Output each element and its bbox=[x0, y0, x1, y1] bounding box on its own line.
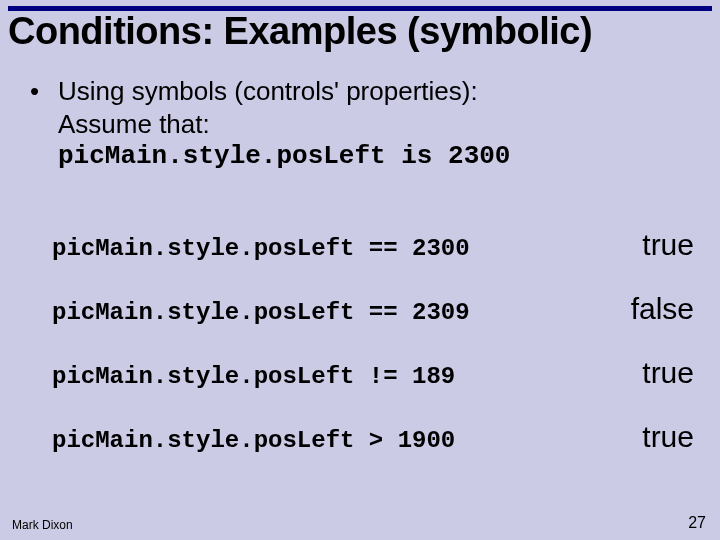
example-row: picMain.style.posLeft == 2309 false bbox=[52, 292, 694, 326]
footer-author: Mark Dixon bbox=[12, 518, 73, 532]
example-expr: picMain.style.posLeft == 2300 bbox=[52, 235, 470, 262]
assume-text: Assume that: bbox=[58, 108, 700, 141]
example-row: picMain.style.posLeft != 189 true bbox=[52, 356, 694, 390]
example-expr: picMain.style.posLeft == 2309 bbox=[52, 299, 470, 326]
example-result: true bbox=[604, 356, 694, 390]
example-expr: picMain.style.posLeft != 189 bbox=[52, 363, 455, 390]
slide-title: Conditions: Examples (symbolic) bbox=[8, 10, 712, 53]
example-result: true bbox=[604, 228, 694, 262]
slide-body: • Using symbols (controls' properties): … bbox=[30, 75, 700, 173]
example-result: false bbox=[604, 292, 694, 326]
assume-premise: picMain.style.posLeft is 2300 bbox=[58, 140, 700, 173]
bullet-item: • Using symbols (controls' properties): bbox=[30, 75, 700, 108]
examples-block: picMain.style.posLeft == 2300 true picMa… bbox=[52, 228, 694, 484]
slide: Conditions: Examples (symbolic) • Using … bbox=[0, 0, 720, 540]
bullet-intro: Using symbols (controls' properties): bbox=[58, 75, 478, 108]
example-row: picMain.style.posLeft > 1900 true bbox=[52, 420, 694, 454]
example-row: picMain.style.posLeft == 2300 true bbox=[52, 228, 694, 262]
example-expr: picMain.style.posLeft > 1900 bbox=[52, 427, 455, 454]
footer-page-number: 27 bbox=[688, 514, 706, 532]
example-result: true bbox=[604, 420, 694, 454]
bullet-dot-icon: • bbox=[30, 75, 58, 108]
